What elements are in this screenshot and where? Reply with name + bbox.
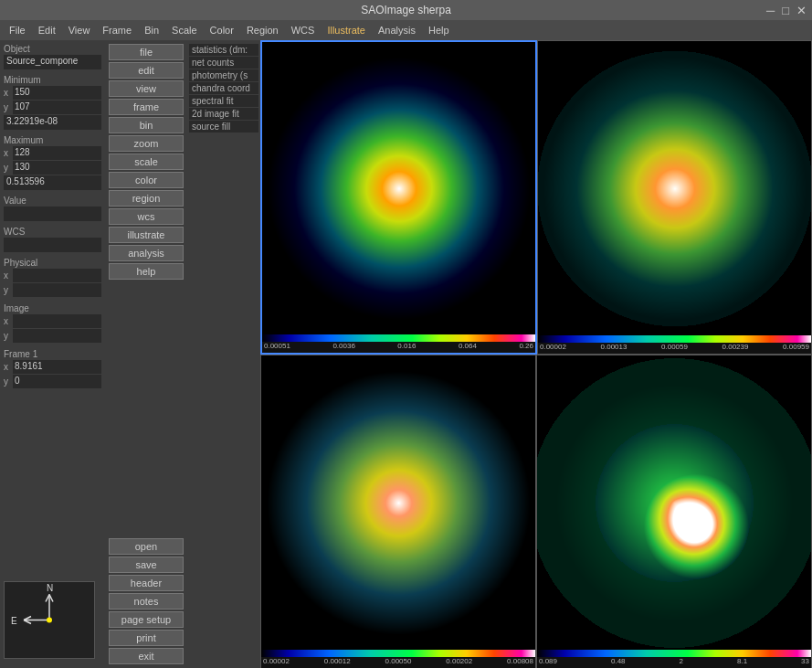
maximize-button[interactable]: □ <box>782 4 789 17</box>
min-val: 3.22919e-08 <box>4 115 101 130</box>
cb-label-br-1: 0.48 <box>611 657 626 668</box>
image-canvas-area-br <box>537 355 811 650</box>
phys-x-label: x <box>4 270 11 281</box>
frame-y-label: y <box>4 376 11 387</box>
frame-label: Frame 1 <box>4 349 101 359</box>
minimum-label: Minimum <box>4 75 101 85</box>
min-x-row: x 150 <box>4 86 101 100</box>
min-x-label: x <box>4 88 11 98</box>
mid-btn-wcs[interactable]: wcs <box>109 208 184 225</box>
value-label: Value <box>4 196 101 206</box>
wcs-section: WCS <box>4 227 101 252</box>
image-cell-top-right[interactable]: 0.00002 0.00013 0.00059 0.00239 0.00959 <box>537 40 812 355</box>
cb-label-tl-3: 0.064 <box>459 342 477 353</box>
bottom-btn-exit[interactable]: exit <box>109 648 184 664</box>
cb-label-tl-2: 0.016 <box>397 342 416 353</box>
phys-x-val <box>13 269 101 282</box>
cb-label-bl-2: 0.00050 <box>385 657 412 668</box>
image-label: Image <box>4 303 101 313</box>
main-area: Object Source_compone Minimum x 150 y 10… <box>0 40 812 668</box>
bottom-btn-save[interactable]: save <box>109 557 184 573</box>
mid-btn-scale[interactable]: scale <box>109 154 184 170</box>
menu-item-region[interactable]: Region <box>241 23 284 37</box>
img-y-val <box>13 329 101 343</box>
bottom-btn-page setup[interactable]: page setup <box>109 611 184 628</box>
min-y-label: y <box>4 102 11 112</box>
img-x-label: x <box>4 316 11 326</box>
colorbar-labels-tr: 0.00002 0.00013 0.00059 0.00239 0.00959 <box>538 343 811 354</box>
mid-btn-bin[interactable]: bin <box>109 117 184 133</box>
menu-item-color[interactable]: Color <box>205 23 239 37</box>
menu-item-illustrate[interactable]: Illustrate <box>322 23 371 37</box>
phys-x-row: x <box>4 269 101 282</box>
phys-y-val <box>13 283 101 297</box>
left-panel: Object Source_compone Minimum x 150 y 10… <box>0 40 105 668</box>
dropdown-item[interactable]: source fill <box>189 121 258 133</box>
dropdown-item[interactable]: spectral fit <box>189 95 258 107</box>
mid-button-panel: fileeditviewframebinzoomscalecolorregion… <box>105 40 187 668</box>
mid-btn-file[interactable]: file <box>109 44 184 60</box>
right-area: statistics (dm:net countsphotometry (sch… <box>187 40 812 668</box>
compass-canvas <box>5 582 94 658</box>
menu-item-analysis[interactable]: Analysis <box>373 23 421 37</box>
bottom-btn-print[interactable]: print <box>109 630 184 646</box>
cb-label-tr-1: 0.00013 <box>601 343 627 354</box>
object-section: Object Source_compone <box>4 44 101 69</box>
cb-label-br-2: 2 <box>680 657 683 668</box>
dropdown-item[interactable]: 2d image fit <box>189 108 258 120</box>
cb-label-bl-3: 0.00202 <box>446 657 472 668</box>
menu-item-frame[interactable]: Frame <box>97 23 137 37</box>
menu-item-file[interactable]: File <box>4 23 31 37</box>
mid-btn-view[interactable]: view <box>109 80 184 97</box>
bottom-spacer <box>187 355 260 669</box>
mid-btn-frame[interactable]: frame <box>109 99 184 115</box>
cb-label-bl-0: 0.00002 <box>263 657 290 668</box>
image-canvas-area-tl <box>262 42 535 334</box>
image-canvas-area-bl <box>261 355 535 650</box>
object-name: Source_compone <box>4 55 101 69</box>
menu-item-wcs[interactable]: WCS <box>286 23 321 37</box>
mid-btn-illustrate[interactable]: illustrate <box>109 227 184 243</box>
mid-btn-edit[interactable]: edit <box>109 62 184 79</box>
menu-item-edit[interactable]: Edit <box>33 23 61 37</box>
mid-btn-zoom[interactable]: zoom <box>109 135 184 152</box>
image-canvas-tl <box>262 42 535 334</box>
minimize-button[interactable]: ─ <box>766 4 775 17</box>
titlebar: SAOImage sherpa ─ □ ✕ <box>0 0 812 20</box>
max-x-val: 128 <box>13 146 101 160</box>
mid-btn-region[interactable]: region <box>109 190 184 207</box>
menu-item-bin[interactable]: Bin <box>139 23 164 37</box>
close-button[interactable]: ✕ <box>796 4 807 17</box>
colorbar-canvas-bl <box>261 650 535 657</box>
max-val: 0.513596 <box>4 175 101 190</box>
menubar: FileEditViewFrameBinScaleColorRegionWCSI… <box>0 20 812 40</box>
dropdown-item[interactable]: net counts <box>189 57 258 69</box>
mid-btn-analysis[interactable]: analysis <box>109 245 184 261</box>
minimum-section: Minimum x 150 y 107 3.22919e-08 <box>4 75 101 130</box>
frame-y-row: y 0 <box>4 375 101 388</box>
bottom-btn-notes[interactable]: notes <box>109 593 184 610</box>
dropdown-item[interactable]: statistics (dm: <box>189 44 258 56</box>
max-y-label: y <box>4 163 11 173</box>
cb-label-bl-4: 0.00808 <box>507 657 533 668</box>
bottom-btn-open[interactable]: open <box>109 538 184 555</box>
menu-item-scale[interactable]: Scale <box>166 23 203 37</box>
frame-section: Frame 1 x 8.9161 y 0 <box>4 349 101 389</box>
cb-label-bl-1: 0.00012 <box>324 657 351 668</box>
min-y-row: y 107 <box>4 101 101 114</box>
app-title: SAOImage sherpa <box>361 4 451 16</box>
object-label: Object <box>4 44 101 54</box>
image-cell-bottom-right[interactable]: 0.089 0.48 2 8.1 33 <box>536 355 812 669</box>
colorbar-tr: 0.00002 0.00013 0.00059 0.00239 0.00959 <box>538 335 811 354</box>
bottom-btn-header[interactable]: header <box>109 575 184 591</box>
mid-btn-help[interactable]: help <box>109 263 184 280</box>
menu-item-help[interactable]: Help <box>423 23 455 37</box>
dropdown-item[interactable]: chandra coord <box>189 82 258 94</box>
mid-btn-color[interactable]: color <box>109 172 184 188</box>
image-cell-top-left[interactable]: 0.00051 0.0036 0.016 0.064 0.26 <box>260 40 537 355</box>
menu-item-view[interactable]: View <box>63 23 96 37</box>
dropdown-item[interactable]: photometry (s <box>189 69 258 81</box>
image-canvas-br <box>537 355 811 650</box>
image-cell-bottom-left[interactable]: 0.00002 0.00012 0.00050 0.00202 0.00808 <box>260 355 536 669</box>
maximum-section: Maximum x 128 y 130 0.513596 <box>4 135 101 190</box>
